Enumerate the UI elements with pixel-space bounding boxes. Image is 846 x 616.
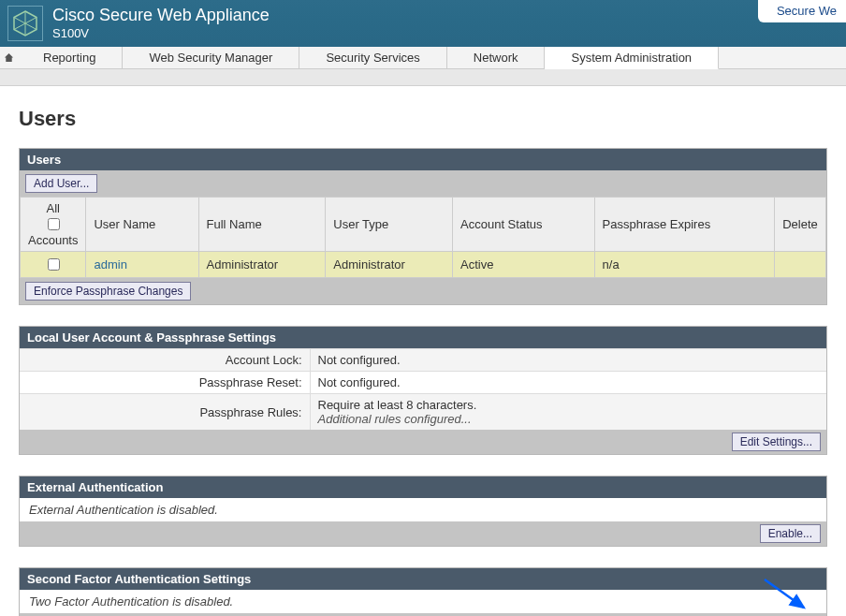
- local-settings-table: Account Lock: Not configured. Passphrase…: [20, 348, 826, 430]
- local-settings-header: Local User Account & Passphrase Settings: [20, 327, 826, 348]
- page-title: Users: [19, 107, 827, 131]
- header-right-tab[interactable]: Secure We: [758, 0, 846, 22]
- external-auth-header: External Authentication: [20, 477, 826, 498]
- enforce-passphrase-button[interactable]: Enforce Passphrase Changes: [25, 282, 191, 301]
- account-lock-label: Account Lock:: [20, 349, 310, 372]
- table-row: admin Administrator Administrator Active…: [21, 252, 826, 278]
- main-nav: Reporting Web Security Manager Security …: [0, 47, 846, 69]
- passphrase-rules-value: Require at least 8 characters. Additiona…: [310, 394, 826, 431]
- cell-expires: n/a: [594, 252, 774, 278]
- passphrase-reset-value: Not configured.: [310, 372, 826, 394]
- col-expires: Passphrase Expires: [594, 198, 774, 252]
- cell-delete: [775, 252, 826, 278]
- username-link[interactable]: admin: [94, 257, 126, 271]
- local-settings-panel: Local User Account & Passphrase Settings…: [19, 326, 827, 455]
- edit-settings-button[interactable]: Edit Settings...: [732, 433, 821, 451]
- add-user-button[interactable]: Add User...: [25, 174, 97, 193]
- col-usertype: User Type: [326, 198, 453, 252]
- cell-status: Active: [453, 252, 595, 278]
- brand-logo: [7, 6, 43, 41]
- sub-nav-strip: [0, 69, 846, 86]
- product-name: Cisco Secure Web Appliance: [52, 7, 270, 25]
- second-factor-header: Second Factor Authentication Settings: [20, 568, 826, 590]
- col-delete: Delete: [775, 198, 826, 252]
- users-panel-header: Users: [20, 149, 826, 170]
- hexagon-icon: [11, 9, 39, 37]
- users-panel: Users Add User... All Accounts User Name…: [19, 148, 827, 305]
- account-lock-value: Not configured.: [310, 349, 826, 372]
- external-auth-panel: External Authentication External Authent…: [19, 476, 827, 547]
- app-header: Cisco Secure Web Appliance S100V Secure …: [0, 0, 846, 47]
- col-username: User Name: [86, 198, 198, 252]
- nav-web-security-manager[interactable]: Web Security Manager: [123, 47, 299, 68]
- nav-system-administration[interactable]: System Administration: [545, 47, 719, 69]
- col-fullname: Full Name: [198, 198, 326, 252]
- cell-fullname: Administrator: [198, 252, 326, 278]
- nav-network[interactable]: Network: [447, 47, 546, 68]
- second-factor-panel: Second Factor Authentication Settings Tw…: [19, 567, 827, 616]
- nav-reporting[interactable]: Reporting: [17, 47, 123, 68]
- home-icon[interactable]: [0, 47, 17, 68]
- users-table: All Accounts User Name Full Name User Ty…: [20, 197, 826, 278]
- external-auth-enable-button[interactable]: Enable...: [760, 524, 821, 543]
- col-all-accounts: All Accounts: [21, 198, 86, 252]
- cell-usertype: Administrator: [326, 252, 453, 278]
- nav-security-services[interactable]: Security Services: [299, 47, 446, 68]
- row-checkbox[interactable]: [48, 258, 60, 271]
- passphrase-reset-label: Passphrase Reset:: [20, 372, 310, 394]
- product-model: S100V: [52, 27, 270, 40]
- select-all-checkbox[interactable]: [48, 218, 60, 230]
- external-auth-body: External Authentication is disabled.: [20, 498, 826, 521]
- col-status: Account Status: [453, 198, 595, 252]
- passphrase-rules-label: Passphrase Rules:: [20, 394, 310, 431]
- second-factor-body: Two Factor Authentication is disabled.: [20, 590, 826, 613]
